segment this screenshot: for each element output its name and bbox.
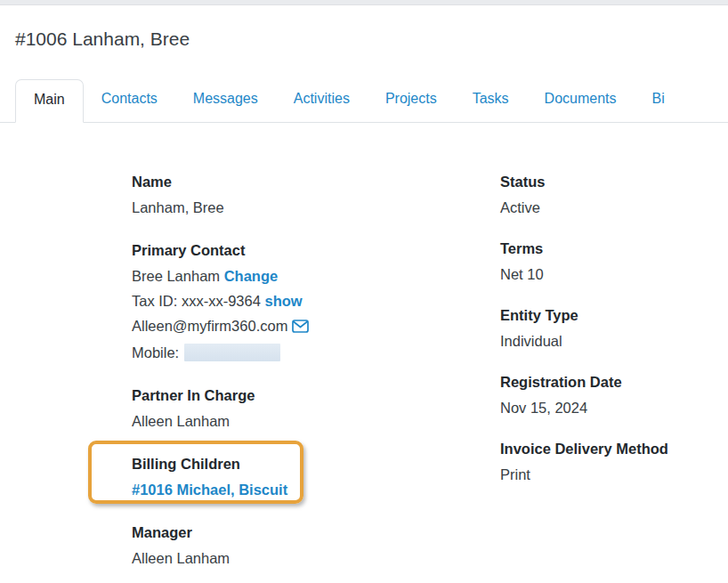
mobile-label: Mobile: — [132, 344, 179, 360]
envelope-icon[interactable] — [292, 320, 309, 336]
page-title: #1006 Lanham, Bree — [15, 28, 728, 51]
field-name: Name Lanham, Bree — [132, 169, 500, 220]
field-primary-contact: Primary Contact Bree Lanham Change Tax I… — [132, 238, 500, 365]
field-label: Entity Type — [500, 303, 728, 328]
right-column: Status Active Terms Net 10 Entity Type I… — [500, 169, 728, 583]
field-label: Terms — [500, 236, 728, 262]
field-status: Status Active — [500, 169, 728, 220]
primary-contact-name-line: Bree Lanham Change — [132, 263, 500, 288]
top-divider — [0, 0, 728, 5]
field-value: Nov 15, 2024 — [500, 395, 728, 420]
tax-id-line: Tax ID: xxx-xx-9364 show — [132, 288, 500, 313]
tab-projects[interactable]: Projects — [368, 79, 455, 122]
field-partner-in-charge: Partner In Charge Alleen Lanham — [132, 383, 500, 433]
field-manager: Manager Alleen Lanham — [132, 520, 500, 571]
field-value: Alleen Lanham — [132, 546, 500, 571]
field-value: Active — [500, 195, 728, 220]
field-entity-type: Entity Type Individual — [500, 303, 728, 353]
field-label: Partner In Charge — [132, 383, 500, 409]
change-contact-link[interactable]: Change — [224, 268, 279, 284]
field-value: Print — [500, 462, 728, 487]
email-line: Alleen@myfirm360.com — [132, 313, 500, 340]
tab-billing-clipped[interactable]: Bi — [635, 79, 683, 122]
field-value: Net 10 — [500, 262, 728, 287]
tab-documents[interactable]: Documents — [527, 79, 635, 122]
show-tax-id-link[interactable]: show — [264, 293, 302, 309]
field-label: Primary Contact — [132, 238, 500, 263]
field-label: Invoice Delivery Method — [500, 436, 728, 462]
field-label: Manager — [132, 520, 500, 546]
left-column: Name Lanham, Bree Primary Contact Bree L… — [132, 169, 500, 583]
field-label: Registration Date — [500, 369, 728, 395]
primary-contact-name: Bree Lanham — [132, 268, 220, 284]
tab-activities[interactable]: Activities — [276, 79, 368, 122]
tab-bar: Main Contacts Messages Activities Projec… — [0, 79, 728, 123]
mobile-line: Mobile: — [132, 340, 500, 365]
field-value: Lanham, Bree — [132, 195, 500, 220]
tax-id-text: Tax ID: xxx-xx-9364 — [132, 293, 261, 309]
tab-main[interactable]: Main — [15, 79, 84, 123]
email-address: Alleen@myfirm360.com — [132, 318, 287, 334]
field-value: Individual — [500, 328, 728, 353]
field-registration-date: Registration Date Nov 15, 2024 — [500, 369, 728, 420]
field-label: Status — [500, 169, 728, 195]
field-label: Name — [132, 169, 500, 195]
redacted-mobile-number — [184, 344, 280, 361]
tab-tasks[interactable]: Tasks — [455, 79, 527, 122]
field-terms: Terms Net 10 — [500, 236, 728, 287]
field-billing-children: Billing Children #1016 Michael, Biscuit — [132, 451, 500, 502]
field-invoice-delivery-method: Invoice Delivery Method Print — [500, 436, 728, 487]
field-value: Alleen Lanham — [132, 409, 500, 433]
tab-messages[interactable]: Messages — [175, 79, 276, 122]
main-panel: Name Lanham, Bree Primary Contact Bree L… — [0, 123, 728, 583]
billing-child-link[interactable]: #1016 Michael, Biscuit — [132, 482, 287, 498]
tab-contacts[interactable]: Contacts — [84, 79, 175, 122]
field-label: Billing Children — [132, 451, 500, 477]
